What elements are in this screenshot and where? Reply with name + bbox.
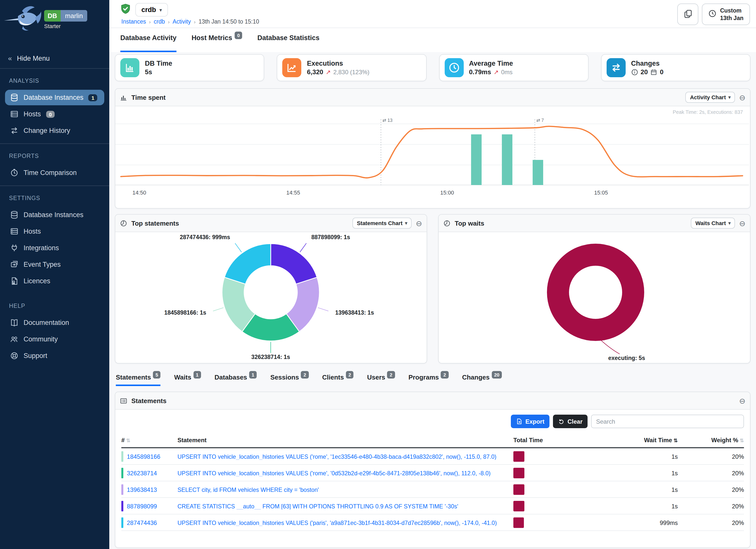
tab-count-badge: 2 [441,371,449,379]
double-chevron-left-icon: « [8,54,12,62]
sidebar-item-database-instances[interactable]: Database Instances [5,207,104,223]
breadcrumb-item[interactable]: Activity [173,19,191,25]
statement-id-link[interactable]: 887898099 [127,503,157,510]
statement-link[interactable]: CREATE STATISTICS __auto__ FROM [63] WIT… [177,503,513,509]
clear-button[interactable]: Clear [553,415,588,428]
instance-selector[interactable]: crdb ▾ [135,3,168,17]
tab-host-metrics[interactable]: Host Metrics0 [192,34,242,52]
statement-id-link[interactable]: 326238714 [127,470,157,477]
sidebar-item-label: Event Types [24,261,61,268]
total-time-bar [513,501,524,511]
col-statement[interactable]: Statement [177,437,513,444]
tab-clients[interactable]: Clients2 [322,374,353,386]
range-line1: Custom [720,7,743,14]
tab-changes[interactable]: Changes20 [462,374,502,386]
col-wait-time[interactable]: Wait Time⇅ [561,437,678,444]
svg-text:14:55: 14:55 [286,190,300,196]
sidebar-item-community[interactable]: Community [5,331,104,347]
tab-count-badge: 0 [235,32,242,39]
svg-text:Peak Time: 2s, Executions: 837: Peak Time: 2s, Executions: 837 [673,109,743,115]
sidebar-item-hosts[interactable]: Hosts [5,224,104,239]
tab-sessions[interactable]: Sessions2 [270,374,309,386]
weight-value: 20% [678,486,744,493]
export-button[interactable]: Export [511,415,549,428]
clock-icon [10,168,19,177]
clear-label: Clear [568,418,583,425]
breadcrumb: Instances›crdb›Activity›13th Jan 14:50 t… [121,19,749,25]
sidebar-item-event-types[interactable]: Event Types [5,257,104,272]
svg-text:1845898166: 1s: 1845898166: 1s [164,309,206,316]
tab-databases[interactable]: Databases1 [215,374,257,386]
tab-label: Database Activity [120,34,176,42]
col-weight[interactable]: Weight %⇅ [678,437,744,444]
collapse-icon[interactable]: ⊖ [739,219,745,227]
chart-bars-icon [120,94,127,101]
sidebar-item-support[interactable]: Support [5,348,104,363]
copy-link-button[interactable] [678,4,699,25]
sidebar-item-integrations[interactable]: Integrations [5,240,104,256]
collapse-icon[interactable]: ⊖ [739,397,745,404]
changes-calendar-count: 0 [660,68,663,76]
statement-color-bar [121,451,123,462]
time-spent-chart[interactable]: Peak Time: 2s, Executions: 83714:5014:55… [115,106,750,208]
table-row: 287474436UPSERT INTO vehicle_location_hi… [121,514,744,531]
tab-programs[interactable]: Programs2 [408,374,448,386]
collapse-icon[interactable]: ⊖ [739,94,745,101]
card-list-icon [120,397,127,404]
collapse-icon[interactable]: ⊖ [416,219,422,227]
tab-database-activity[interactable]: Database Activity [120,34,176,52]
logo-marlin-text: marlin [61,10,87,22]
panel-title: Statements [131,397,166,404]
statement-color-bar [121,501,123,511]
community-icon [10,335,19,343]
waits-chart-dropdown[interactable]: Waits Chart ▾ [691,218,735,229]
sidebar-item-hosts[interactable]: Hosts0 [5,106,104,122]
tab-count-badge: 2 [387,371,395,379]
statement-id-link[interactable]: 287474436 [127,519,157,526]
sidebar-item-time-comparison[interactable]: Time Comparison [5,165,104,180]
sidebar-item-documentation[interactable]: Documentation [5,315,104,330]
hosts-icon [10,227,19,236]
svg-text:326238714: 1s: 326238714: 1s [251,354,290,360]
statement-id-link[interactable]: 1845898166 [127,453,160,460]
section-title: ANALYSIS [5,74,104,89]
sidebar-item-change-history[interactable]: Change History [5,123,104,138]
tab-waits[interactable]: Waits1 [174,374,201,386]
breadcrumb-item[interactable]: Instances [121,19,146,25]
activity-chart-dropdown[interactable]: Activity Chart ▾ [686,92,735,103]
statement-link[interactable]: UPSERT INTO vehicle_location_histories V… [177,453,513,460]
col-total-time[interactable]: Total Time [513,437,561,444]
export-label: Export [525,418,544,425]
caret-down-icon: ▾ [405,221,407,226]
hide-menu-button[interactable]: « Hide Menu [0,48,109,69]
tier-label: Starter [44,23,87,29]
svg-text:15:00: 15:00 [440,190,454,196]
tab-database-statistics[interactable]: Database Statistics [257,34,320,52]
breadcrumb-item[interactable]: crdb [154,19,165,25]
statement-id-link[interactable]: 139638413 [127,486,157,493]
sidebar-item-database-instances[interactable]: Database Instances1 [5,90,104,105]
tab-count-badge: 2 [346,371,354,379]
statements-table: #⇅ Statement Total Time Wait Time⇅ Weigh… [121,434,744,531]
statement-link[interactable]: UPSERT INTO vehicle_location_histories V… [177,519,513,526]
col-id[interactable]: #⇅ [121,437,177,444]
statement-link[interactable]: UPSERT INTO vehicle_location_histories V… [177,470,513,476]
sidebar-item-label: Change History [24,127,70,134]
sidebar-item-licences[interactable]: Licences [5,273,104,289]
statement-id-cell: 326238714 [121,468,177,478]
hosts-icon [10,110,19,118]
top-statements-chart[interactable]: 887898099: 1s139638413: 1s326238714: 1s1… [115,232,427,363]
up-arrow-icon: ↗ [494,68,499,75]
top-waits-chart[interactable]: executing: 5s [439,232,750,363]
time-range-button[interactable]: Custom 13th Jan [702,4,750,25]
search-input[interactable] [591,415,744,428]
panel-title: Top waits [455,219,484,227]
total-time-bar [513,451,524,462]
breadcrumb-item: 13th Jan 14:50 to 15:10 [199,19,259,25]
sidebar-nav: ANALYSISDatabase Instances1Hosts0Change … [0,69,109,369]
tab-statements[interactable]: Statements5 [116,374,161,386]
statement-link[interactable]: SELECT city, id FROM vehicles WHERE city… [177,486,513,493]
statements-chart-dropdown[interactable]: Statements Chart ▾ [352,218,412,229]
bar-chart-icon [120,58,139,77]
tab-users[interactable]: Users2 [367,374,395,386]
